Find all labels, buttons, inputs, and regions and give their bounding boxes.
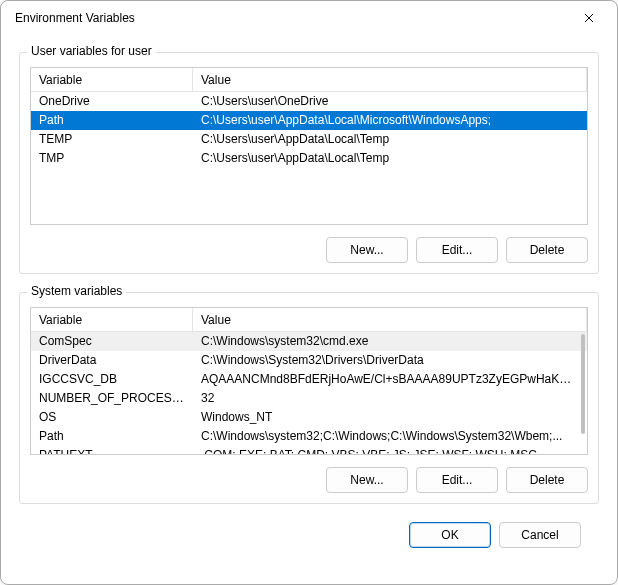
cell-value: C:\Windows\System32\Drivers\DriverData — [193, 351, 587, 370]
table-row[interactable]: DriverDataC:\Windows\System32\Drivers\Dr… — [31, 351, 587, 370]
env-vars-dialog: Environment Variables User variables for… — [0, 0, 618, 585]
user-table-header: Variable Value — [31, 68, 587, 92]
system-new-button[interactable]: New... — [326, 467, 408, 493]
table-row[interactable]: TEMPC:\Users\user\AppData\Local\Temp — [31, 130, 587, 149]
user-new-button[interactable]: New... — [326, 237, 408, 263]
user-vars-table[interactable]: Variable Value OneDriveC:\Users\user\One… — [30, 67, 588, 225]
cell-value: 32 — [193, 389, 587, 408]
user-table-body: OneDriveC:\Users\user\OneDrivePathC:\Use… — [31, 92, 587, 168]
cell-variable: TMP — [31, 149, 193, 168]
ok-button[interactable]: OK — [409, 522, 491, 548]
table-row[interactable]: PathC:\Users\user\AppData\Local\Microsof… — [31, 111, 587, 130]
dialog-content: User variables for user Variable Value O… — [1, 34, 617, 584]
cell-variable: NUMBER_OF_PROCESSORS — [31, 389, 193, 408]
user-vars-group: User variables for user Variable Value O… — [19, 52, 599, 274]
system-table-body: ComSpecC:\Windows\system32\cmd.exeDriver… — [31, 332, 587, 455]
titlebar: Environment Variables — [1, 1, 617, 34]
user-delete-button[interactable]: Delete — [506, 237, 588, 263]
cell-variable: ComSpec — [31, 332, 193, 351]
system-vars-label: System variables — [27, 284, 126, 298]
system-edit-button[interactable]: Edit... — [416, 467, 498, 493]
cell-value: C:\Users\user\AppData\Local\Microsoft\Wi… — [193, 111, 587, 130]
col-value[interactable]: Value — [193, 68, 587, 91]
cell-variable: DriverData — [31, 351, 193, 370]
user-vars-label: User variables for user — [27, 44, 156, 58]
cell-variable: OneDrive — [31, 92, 193, 111]
col-variable[interactable]: Variable — [31, 308, 193, 331]
cancel-button[interactable]: Cancel — [499, 522, 581, 548]
system-buttons: New... Edit... Delete — [30, 467, 588, 493]
table-row[interactable]: OneDriveC:\Users\user\OneDrive — [31, 92, 587, 111]
user-buttons: New... Edit... Delete — [30, 237, 588, 263]
col-variable[interactable]: Variable — [31, 68, 193, 91]
close-icon — [584, 13, 594, 23]
cell-value: .COM;.EXE;.BAT;.CMD;.VBS;.VBE;.JS;.JSE;.… — [193, 446, 587, 455]
window-title: Environment Variables — [15, 11, 567, 25]
table-row[interactable]: IGCCSVC_DBAQAAANCMnd8BFdERjHoAwE/Cl+sBAA… — [31, 370, 587, 389]
close-button[interactable] — [567, 3, 611, 33]
cell-value: Windows_NT — [193, 408, 587, 427]
table-row[interactable]: OSWindows_NT — [31, 408, 587, 427]
dialog-buttons: OK Cancel — [19, 504, 599, 548]
table-row[interactable]: TMPC:\Users\user\AppData\Local\Temp — [31, 149, 587, 168]
user-edit-button[interactable]: Edit... — [416, 237, 498, 263]
system-delete-button[interactable]: Delete — [506, 467, 588, 493]
col-value[interactable]: Value — [193, 308, 587, 331]
cell-variable: IGCCSVC_DB — [31, 370, 193, 389]
cell-value: C:\Windows\system32\cmd.exe — [193, 332, 587, 351]
table-row[interactable]: NUMBER_OF_PROCESSORS32 — [31, 389, 587, 408]
table-row[interactable]: PathC:\Windows\system32;C:\Windows;C:\Wi… — [31, 427, 587, 446]
cell-variable: PATHEXT — [31, 446, 193, 455]
table-row[interactable]: ComSpecC:\Windows\system32\cmd.exe — [31, 332, 587, 351]
cell-value: C:\Users\user\AppData\Local\Temp — [193, 130, 587, 149]
cell-value: C:\Users\user\OneDrive — [193, 92, 587, 111]
scrollbar-thumb[interactable] — [581, 334, 585, 434]
table-row[interactable]: PATHEXT.COM;.EXE;.BAT;.CMD;.VBS;.VBE;.JS… — [31, 446, 587, 455]
cell-variable: TEMP — [31, 130, 193, 149]
cell-variable: OS — [31, 408, 193, 427]
cell-variable: Path — [31, 427, 193, 446]
cell-value: AQAAANCMnd8BFdERjHoAwE/Cl+sBAAAA89UPTz3Z… — [193, 370, 587, 389]
cell-value: C:\Users\user\AppData\Local\Temp — [193, 149, 587, 168]
cell-variable: Path — [31, 111, 193, 130]
cell-value: C:\Windows\system32;C:\Windows;C:\Window… — [193, 427, 587, 446]
system-table-header: Variable Value — [31, 308, 587, 332]
system-vars-group: System variables Variable Value ComSpecC… — [19, 292, 599, 504]
system-vars-table[interactable]: Variable Value ComSpecC:\Windows\system3… — [30, 307, 588, 455]
